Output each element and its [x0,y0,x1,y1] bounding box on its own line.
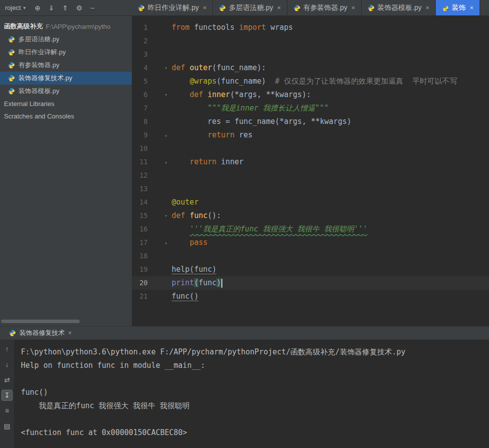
editor-tab[interactable]: 多层语法糖.py× [213,0,287,15]
fold-gutter [148,223,172,236]
fold-gutter [148,169,172,182]
code-line[interactable]: 17▴ pass [132,236,489,249]
settings-gear-icon[interactable]: ⚙ [76,4,83,12]
run-tab-label: 装饰器修复技术 [19,329,65,337]
code-text: """我是inner 我擅长让人憎逼""" [172,102,329,115]
line-number: 1 [132,21,148,34]
code-line[interactable]: 21func() [132,290,489,303]
close-tab-icon[interactable]: × [277,4,281,11]
code-editor[interactable]: 1from functools import wraps234▾def oute… [132,16,489,326]
horizontal-scrollbar[interactable] [1,320,80,323]
code-text: @wraps(func_name) # 仅仅是为了让装饰器的效果更加逼真 平时可… [172,75,457,88]
line-number: 13 [132,182,148,196]
console-output[interactable]: F:\python\python3.6\python.exe F:/APP/py… [14,339,489,448]
fold-marker-icon[interactable]: ▾ [148,61,172,75]
python-file-icon [8,75,15,82]
up-arrow-icon[interactable]: ↑ [1,343,12,354]
code-line[interactable]: 3 [132,48,489,61]
project-dropdown[interactable]: roject ▾ [5,4,26,11]
line-number: 15 [132,209,148,223]
down-arrow-icon[interactable]: ↓ [1,359,12,370]
close-icon[interactable]: × [68,330,72,336]
code-line[interactable]: 16 '''我是真正的func 我很强大 我很牛 我很聪明''' [132,223,489,236]
project-root-name: 函数高级补充 [4,22,43,31]
line-number: 5 [132,75,148,88]
locate-icon[interactable]: ⊕ [35,4,41,12]
sidebar-file-item[interactable]: 装饰器模板.py [0,85,132,98]
code-line[interactable]: 13 [132,182,489,196]
fold-gutter [148,115,172,128]
console-line [21,372,482,386]
print-output-icon[interactable]: ≡ [1,405,12,416]
code-line[interactable]: 10 [132,142,489,155]
close-tab-icon[interactable]: × [426,4,430,11]
console-line: <function func at 0x00000150CACBEC80> [21,426,482,440]
scroll-to-end-icon[interactable]: ↧ [1,390,12,401]
tab-label: 装饰 [452,3,466,12]
sidebar-tree-node[interactable]: External Libraries [0,98,132,110]
fold-gutter [148,263,172,276]
fold-marker-icon[interactable]: ▴ [148,128,172,142]
code-area: 1from functools import wraps234▾def oute… [132,21,489,303]
code-text: pass [172,236,207,249]
fold-gutter [148,75,172,88]
code-text: def inner(*args, **kwargs): [172,88,311,102]
fold-gutter [148,34,172,48]
code-line[interactable]: 2 [132,34,489,48]
code-text: return inner [172,155,244,169]
expand-all-icon[interactable]: ⇑ [62,4,68,12]
code-line[interactable]: 7 """我是inner 我擅长让人憎逼""" [132,102,489,115]
fold-marker-icon[interactable]: ▴ [148,236,172,249]
console-toolbar: ↑↓⇄↧≡▤ [0,339,14,448]
fold-gutter [148,196,172,209]
project-dropdown-label: roject [5,4,21,11]
fold-marker-icon[interactable]: ▾ [148,209,172,223]
editor-tab[interactable]: 有参装饰器.py× [288,0,362,15]
fold-gutter [148,249,172,263]
clear-output-icon[interactable]: ▤ [1,421,12,432]
code-line[interactable]: 8 res = func_name(*args, **kwargs) [132,115,489,128]
code-line[interactable]: 18 [132,249,489,263]
code-line[interactable]: 12 [132,169,489,182]
hide-panel-icon[interactable]: − [91,4,95,12]
code-line[interactable]: 1from functools import wraps [132,21,489,34]
code-line[interactable]: 15▾def func(): [132,209,489,223]
text-cursor [221,279,222,288]
run-tab[interactable]: 装饰器修复技术 × [5,327,76,339]
code-line[interactable]: 4▾def outer(func_name): [132,61,489,75]
file-label: 多层语法糖.py [18,35,59,44]
editor-tab[interactable]: 装饰器模板.py× [362,0,436,15]
close-tab-icon[interactable]: × [203,4,207,11]
line-number: 19 [132,263,148,276]
close-tab-icon[interactable]: × [351,4,355,11]
project-tree-nodes: External LibrariesScratches and Consoles [0,98,132,122]
line-number: 21 [132,290,148,303]
code-line[interactable]: 14@outer [132,196,489,209]
fold-marker-icon[interactable]: ▴ [148,155,172,169]
sidebar-file-item[interactable]: 多层语法糖.py [0,33,132,46]
code-line[interactable]: 9▴ return res [132,128,489,142]
code-line[interactable]: 20print(func) [132,276,489,290]
top-toolbar: roject ▾ ⊕⇓⇑⚙− 昨日作业详解.py×多层语法糖.py×有参装饰器.… [0,0,489,16]
editor-tab[interactable]: 昨日作业详解.py× [132,0,213,15]
rerun-icon[interactable]: ⇄ [1,374,12,385]
code-line[interactable]: 19help(func) [132,263,489,276]
code-line[interactable]: 11▴ return inner [132,155,489,169]
collapse-all-icon[interactable]: ⇓ [49,4,55,12]
sidebar-file-item[interactable]: 昨日作业详解.py [0,46,132,59]
close-tab-icon[interactable]: × [470,4,474,11]
line-number: 20 [132,276,148,290]
project-root-node[interactable]: 函数高级补充 F:\APP\pycharm\pytho [0,20,132,33]
run-tool-window: 装饰器修复技术 × ↑↓⇄↧≡▤ F:\python\python3.6\pyt… [0,326,489,448]
editor-tab[interactable]: 装饰× [436,0,480,15]
sidebar-file-item[interactable]: 装饰器修复技术.py [0,72,132,85]
sidebar-file-item[interactable]: 有参装饰器.py [0,59,132,72]
code-text: @outer [172,196,198,209]
code-line[interactable]: 6▾ def inner(*args, **kwargs): [132,88,489,102]
console-line: Help on function func in module __main__… [21,359,482,372]
line-number: 9 [132,128,148,142]
fold-marker-icon[interactable]: ▾ [148,88,172,102]
code-line[interactable]: 5 @wraps(func_name) # 仅仅是为了让装饰器的效果更加逼真 平… [132,75,489,88]
line-number: 14 [132,196,148,209]
sidebar-tree-node[interactable]: Scratches and Consoles [0,110,132,122]
